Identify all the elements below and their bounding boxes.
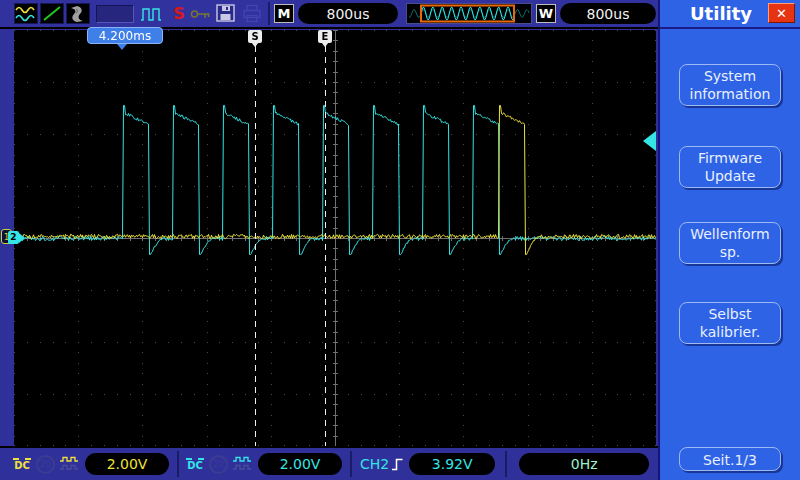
utility-menu-header: Utility ✕ (660, 0, 800, 29)
save-icon-button[interactable] (214, 4, 238, 23)
key-lock-icon-button[interactable] (190, 4, 212, 23)
page-button[interactable]: Seit.1/3 (679, 447, 781, 471)
main-timebase-badge: M (274, 4, 294, 23)
oscilloscope-screen: S M 800us W (0, 0, 800, 480)
status-divider (505, 451, 507, 477)
delay-bubble-pointer-icon (117, 44, 127, 50)
ch1-invert-icon (59, 456, 79, 472)
ch1-scale-readout: 2.00V (85, 453, 169, 475)
ch2-position-marker-tip-icon (19, 233, 25, 243)
hardcopy-icon-button[interactable] (66, 3, 90, 24)
status-divider (350, 451, 352, 477)
close-button[interactable]: ✕ (768, 3, 795, 23)
ch2-coupling-icon: DC (185, 458, 205, 471)
channels-icon (15, 4, 37, 23)
ch2-scale-readout: 2.00V (258, 453, 342, 475)
trigger-slope-icon (391, 456, 405, 472)
pulse-icon-button[interactable] (140, 4, 164, 23)
save-icon (216, 4, 236, 23)
ch2-coupling-label: DC (185, 461, 205, 471)
ch2-bandwidth-icon: 20 (209, 455, 228, 474)
self-calibration-button[interactable]: Selbst kalibrier. (679, 302, 781, 344)
button-label-line: information (690, 86, 771, 102)
button-label-line: kalibrier. (700, 324, 760, 340)
trigger-level-arrow-icon (643, 131, 656, 151)
waveform-preview-canvas (407, 4, 531, 23)
print-icon (241, 4, 263, 23)
page-title: Utility (690, 3, 752, 24)
toolbar-empty-field (96, 5, 134, 23)
ch1-coupling-icon: DC (12, 458, 32, 471)
firmware-update-button[interactable]: Firmware Update (679, 146, 781, 188)
main-timebase-readout: 800us (298, 3, 398, 24)
page-button-label: Seit.1/3 (703, 452, 757, 468)
ch1-bandwidth-icon: 20 (36, 455, 55, 474)
hardcopy-icon (67, 4, 89, 23)
button-label-line: sp. (720, 244, 741, 260)
window-timebase-badge: W (536, 4, 556, 23)
window-timebase-readout: 800us (560, 3, 656, 24)
channels-icon-button[interactable] (14, 3, 38, 24)
window-end-marker-tip-icon (321, 42, 329, 47)
button-label-line: Selbst (708, 306, 751, 322)
stop-icon[interactable]: S (170, 4, 188, 23)
pulse-icon (140, 4, 164, 23)
waveform-display (14, 30, 656, 446)
button-label-line: Wellenform (690, 226, 770, 242)
button-label-line: Update (705, 168, 756, 184)
status-bar: DC 20 2.00V DC 20 2.00V CH2 (0, 446, 658, 480)
system-information-button[interactable]: System information (679, 64, 781, 106)
key-lock-icon (190, 4, 212, 23)
trigger-source-label: CH2 (360, 456, 389, 472)
top-toolbar: S M 800us W (0, 0, 658, 29)
button-label-line: Firmware (698, 150, 762, 166)
line-icon (41, 4, 63, 23)
delay-readout-bubble: 4.200ms (87, 27, 163, 44)
ch2-invert-icon (232, 456, 252, 472)
frequency-readout: 0Hz (519, 453, 649, 475)
window-start-marker-tip-icon (251, 42, 259, 47)
button-label-line: System (704, 68, 756, 84)
print-icon-button[interactable] (240, 4, 264, 23)
ch2-position-marker: 2 (8, 231, 19, 244)
toolbar-divider (268, 2, 270, 25)
utility-menu-panel: Utility ✕ System information Firmware Up… (658, 0, 800, 480)
cursor-line-icon-button[interactable] (40, 3, 64, 24)
status-divider (177, 451, 179, 477)
waveform-save-button[interactable]: Wellenform sp. (679, 222, 781, 264)
waveform-preview (406, 3, 532, 24)
trigger-level-readout: 3.92V (409, 453, 495, 475)
ch1-coupling-label: DC (12, 461, 32, 471)
